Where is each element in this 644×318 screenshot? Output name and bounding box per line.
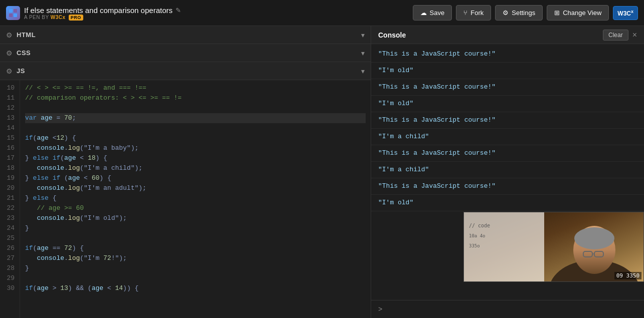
- console-panel: Console Clear × "This is a JavaScript co…: [371, 26, 644, 318]
- js-chevron-icon: ▾: [361, 67, 365, 75]
- console-title: Console: [378, 31, 406, 39]
- pro-badge: PRO: [69, 15, 83, 21]
- svg-point-10: [574, 227, 614, 249]
- console-line: "I'm old": [371, 96, 644, 112]
- console-line: "This is a JavaScript course!": [371, 79, 644, 96]
- svg-rect-2: [9, 14, 13, 17]
- fork-icon: ⑂: [463, 9, 467, 17]
- video-timestamp: 09 3350: [614, 272, 641, 279]
- js-section-label: JS: [17, 67, 25, 75]
- html-section-left: ⚙ HTML: [6, 31, 36, 39]
- html-section-header[interactable]: ⚙ HTML ▾: [0, 26, 371, 44]
- save-button[interactable]: ☁ Save: [413, 5, 452, 21]
- title-area: If else statements and comparison operat…: [24, 6, 181, 20]
- brand-area: If else statements and comparison operat…: [6, 6, 413, 20]
- w3cx-logo: W3Cx: [613, 6, 638, 20]
- html-chevron-icon: ▾: [361, 31, 365, 39]
- change-view-icon: ⊞: [554, 9, 560, 17]
- svg-rect-1: [14, 9, 17, 13]
- save-label: Save: [430, 9, 445, 17]
- pen-title: If else statements and comparison operat…: [24, 6, 181, 15]
- settings-icon: ⚙: [503, 9, 509, 17]
- line-numbers: 1011121314151617181920212223242526272829…: [0, 80, 20, 318]
- css-chevron-icon: ▾: [361, 49, 365, 57]
- console-header: Console Clear ×: [371, 26, 644, 44]
- code-content[interactable]: // < > <= >= == !=, and === !==// compar…: [20, 80, 371, 318]
- svg-text:335o: 335o: [469, 243, 480, 248]
- console-input-area: >: [371, 300, 644, 318]
- console-lines: "This is a JavaScript course!""I'm old""…: [371, 46, 644, 211]
- js-section-header[interactable]: ⚙ JS ▾: [0, 62, 371, 80]
- js-section-left: ⚙ JS: [6, 67, 25, 75]
- edit-icon[interactable]: ✎: [176, 7, 181, 14]
- clear-button[interactable]: Clear: [603, 30, 628, 41]
- pen-author: A PEN BY W3Cx PRO: [24, 15, 181, 20]
- main: ⚙ HTML ▾ ⚙ CSS ▾ ⚙ JS ▾ 1011121314151617…: [0, 26, 644, 318]
- video-placeholder: // code 10a 4o 335o 09 3350: [464, 212, 643, 281]
- css-section-label: CSS: [17, 49, 31, 57]
- console-output[interactable]: "This is a JavaScript course!""I'm old""…: [371, 44, 644, 300]
- console-line: "This is a JavaScript course!": [371, 46, 644, 63]
- svg-rect-3: [14, 14, 17, 17]
- fork-label: Fork: [470, 9, 484, 17]
- topbar-actions: ☁ Save ⑂ Fork ⚙ Settings ⊞ Change View W…: [413, 5, 638, 21]
- svg-text:// code: // code: [469, 223, 490, 228]
- console-line: "This is a JavaScript course!": [371, 178, 644, 195]
- editor-panel: ⚙ HTML ▾ ⚙ CSS ▾ ⚙ JS ▾ 1011121314151617…: [0, 26, 371, 318]
- settings-button[interactable]: ⚙ Settings: [495, 5, 543, 21]
- svg-rect-0: [9, 9, 13, 13]
- brand-icon: [6, 6, 20, 20]
- code-area: 1011121314151617181920212223242526272829…: [0, 80, 371, 318]
- console-prompt: >: [378, 305, 382, 313]
- w3cx-logo-text: W3Cx: [617, 10, 633, 17]
- pen-title-text: If else statements and comparison operat…: [24, 6, 173, 15]
- css-section-left: ⚙ CSS: [6, 49, 31, 57]
- video-overlay: // code 10a 4o 335o 09 3350: [463, 212, 644, 282]
- console-line: "I'm old": [371, 195, 644, 211]
- change-view-label: Change View: [563, 9, 601, 17]
- save-icon: ☁: [420, 9, 427, 17]
- console-line: "I'm a child": [371, 129, 644, 145]
- svg-text:10a 4o: 10a 4o: [469, 233, 486, 238]
- topbar: If else statements and comparison operat…: [0, 0, 644, 26]
- settings-label: Settings: [512, 9, 535, 17]
- html-section-label: HTML: [17, 31, 36, 39]
- console-line: "This is a JavaScript course!": [371, 145, 644, 162]
- console-actions: Clear ×: [603, 30, 637, 41]
- css-section-header[interactable]: ⚙ CSS ▾: [0, 44, 371, 62]
- close-console-button[interactable]: ×: [632, 31, 637, 39]
- html-gear-icon[interactable]: ⚙: [6, 31, 13, 39]
- js-gear-icon[interactable]: ⚙: [6, 67, 13, 75]
- css-gear-icon[interactable]: ⚙: [6, 49, 13, 57]
- fork-button[interactable]: ⑂ Fork: [456, 5, 491, 21]
- console-line: "I'm old": [371, 63, 644, 79]
- change-view-button[interactable]: ⊞ Change View: [547, 5, 609, 21]
- console-line: "I'm a child": [371, 162, 644, 178]
- console-line: "This is a JavaScript course!": [371, 112, 644, 129]
- js-editor[interactable]: 1011121314151617181920212223242526272829…: [0, 80, 371, 318]
